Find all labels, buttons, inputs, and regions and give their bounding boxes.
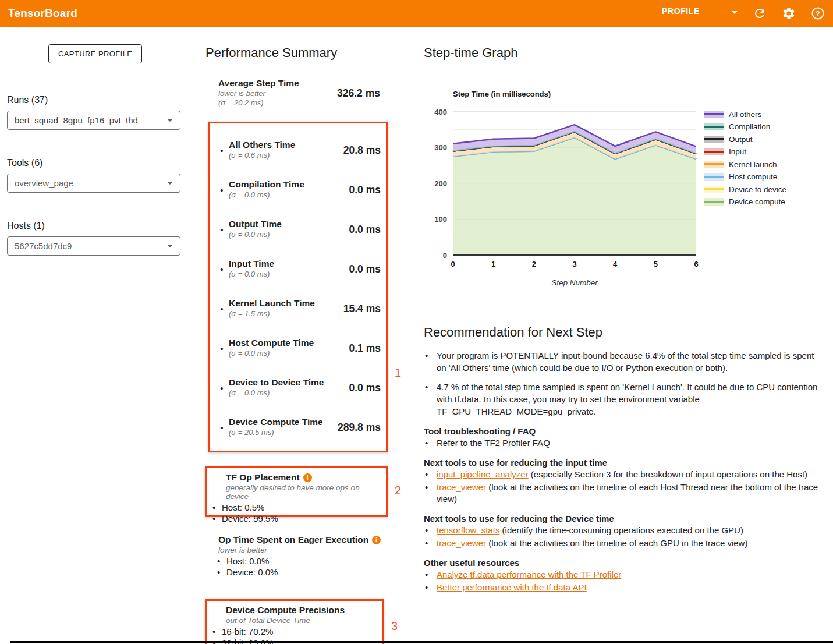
tool-link[interactable]: Analyze tf.data performance with the TF …	[437, 569, 621, 579]
sidebar-select[interactable]: 5627c5dd7dc9	[7, 236, 180, 256]
recommendation-list: Analyze tf.data performance with the TF …	[424, 569, 825, 593]
metric-name: Input Time	[229, 259, 274, 270]
tool-link[interactable]: trace_viewer	[437, 538, 486, 548]
svg-text:Step Number: Step Number	[551, 278, 598, 287]
recommendation-bullets: Your program is POTENTIALLY input-bound …	[424, 350, 825, 417]
sidebar: CAPTURE PROFILE Runs (37)bert_squad_8gpu…	[0, 27, 192, 644]
metric-value: 20.8 ms	[343, 144, 381, 157]
reload-icon[interactable]	[753, 6, 767, 20]
metric-sigma: (σ = 0.0 ms)	[229, 388, 324, 398]
metric-value: 0.0 ms	[349, 263, 381, 275]
sidebar-select[interactable]: bert_squad_8gpu_fp16_pvt_thd	[7, 111, 180, 130]
metric-name: Device Compute Time	[229, 417, 323, 428]
sidebar-select[interactable]: overview_page	[7, 174, 180, 193]
metric-name: Device to Device Time	[229, 377, 324, 388]
metric-name: Host Compute Time	[229, 338, 314, 349]
step-time-chart-svg: Step Time (in milliseconds)0100200300400…	[412, 85, 703, 318]
bullet-dot: •	[215, 185, 229, 195]
sidebar-group-hosts: Hosts (1)5627c5dd7dc9	[7, 221, 180, 256]
bullet-dot: •	[215, 264, 229, 274]
sidebar-group-label: Hosts (1)	[7, 221, 180, 231]
chevron-down-icon	[167, 245, 173, 247]
metric-sigma: (σ = 1.5 ms)	[229, 309, 315, 319]
capture-profile-button[interactable]: CAPTURE PROFILE	[48, 44, 142, 63]
metric-row: •Host Compute Time(σ = 0.0 ms)0.1 ms	[215, 328, 381, 368]
legend-label: Input	[729, 147, 746, 156]
metric-name: Average Step Time	[218, 78, 299, 89]
annotation-box-1: •All Others Time(σ = 0.6 ms)20.8 ms•Comp…	[208, 122, 388, 452]
metric-name: Kernel Launch Time	[229, 298, 315, 309]
legend-swatch-icon	[704, 198, 724, 206]
chevron-down-icon	[732, 11, 738, 14]
metric-sigma: (σ = 20.5 ms)	[229, 428, 323, 438]
svg-text:3: 3	[572, 260, 576, 268]
metric-row: •All Others Time(σ = 0.6 ms)20.8 ms	[215, 130, 381, 170]
metric-row: •Device Compute Time(σ = 20.5 ms)289.8 m…	[215, 408, 381, 447]
svg-text:100: 100	[434, 215, 447, 224]
recommendation-item: Refer to the TF2 Profiler FAQ	[424, 437, 825, 449]
app-title: TensorBoard	[8, 7, 77, 20]
recommendation-item: trace_viewer (look at the activities on …	[424, 537, 825, 549]
sidebar-group-tools: Tools (6)overview_page	[7, 158, 180, 193]
eager-execution-list: Host: 0.0%Device: 0.0%	[218, 555, 393, 578]
sidebar-select-value: bert_squad_8gpu_fp16_pvt_thd	[15, 115, 138, 125]
svg-text:200: 200	[434, 179, 447, 188]
dashboard-dropdown-value: PROFILE	[662, 6, 700, 16]
tool-link[interactable]: input_pipeline_analyzer	[437, 469, 529, 479]
svg-text:2: 2	[532, 260, 536, 268]
help-icon[interactable]: ?	[811, 6, 825, 20]
metric-sigma: (σ = 0.0 ms)	[229, 230, 282, 240]
metric-row: •Kernel Launch Time(σ = 1.5 ms)15.4 ms	[215, 289, 381, 328]
info-icon[interactable]: i	[303, 473, 312, 482]
legend-label: Device to device	[729, 185, 786, 194]
recommendation-item: input_pipeline_analyzer (especially Sect…	[424, 469, 825, 480]
svg-text:Step Time (in milliseconds): Step Time (in milliseconds)	[453, 90, 551, 98]
recommendation-section: Recommendation for Next Step Your progra…	[424, 325, 825, 595]
recommendation-list: tensorflow_stats (identify the time-cons…	[424, 525, 825, 549]
tool-link[interactable]: trace_viewer	[437, 482, 486, 492]
sidebar-select-value: 5627c5dd7dc9	[15, 241, 72, 251]
legend-item: All others	[704, 110, 786, 118]
list-item: Device: 99.5%	[207, 513, 382, 524]
recommendation-subheading: Next tools to use for reducing the input…	[424, 458, 825, 468]
top-app-bar: TensorBoard PROFILE ?	[0, 0, 833, 27]
metric-value: 326.2 ms	[337, 87, 380, 100]
tool-link[interactable]: Better performance with the tf.data API	[437, 582, 587, 592]
topbar-actions: PROFILE ?	[662, 6, 825, 20]
legend-item: Device compute	[704, 198, 786, 206]
settings-gear-icon[interactable]	[782, 6, 796, 20]
bullet-dot: •	[215, 344, 229, 353]
step-time-chart: Step Time (in milliseconds)0100200300400…	[412, 85, 703, 318]
legend-label: All others	[729, 110, 761, 119]
recommendation-list: input_pipeline_analyzer (especially Sect…	[424, 469, 825, 505]
eager-execution-block: Op Time Spent on Eager Execution i lower…	[218, 535, 393, 578]
tensorboard-app: TensorBoard PROFILE ? CAPTURE PROFILE Ru…	[0, 0, 833, 644]
legend-swatch-icon	[704, 186, 724, 193]
svg-text:1: 1	[491, 260, 495, 268]
window-bottom-edge	[10, 641, 833, 643]
metric-name: Output Time	[229, 219, 282, 230]
legend-label: Compilation	[729, 122, 770, 131]
bullet-dot: •	[215, 304, 229, 314]
info-icon[interactable]: i	[372, 536, 381, 544]
chevron-down-icon	[167, 119, 173, 122]
legend-item: Input	[704, 148, 786, 156]
step-time-graph-title: Step-time Graph	[424, 45, 517, 61]
tool-link[interactable]: tensorflow_stats	[437, 525, 499, 535]
metric-row: •Output Time(σ = 0.0 ms)0.0 ms	[215, 210, 381, 249]
recommendation-bullet: Your program is POTENTIALLY input-bound …	[424, 350, 821, 374]
list-item: Host: 0.0%	[218, 555, 393, 567]
eager-execution-title: Op Time Spent on Eager Execution	[218, 535, 368, 545]
metric-name: All Others Time	[229, 140, 295, 151]
op-placement-note: generally desired to have more ops on de…	[226, 483, 382, 501]
recommendation-subsections: Tool troubleshooting / FAQRefer to the T…	[424, 426, 825, 593]
metric-note: lower is better	[218, 89, 299, 99]
legend-swatch-icon	[704, 173, 724, 181]
legend-item: Compilation	[704, 123, 786, 131]
dashboard-dropdown[interactable]: PROFILE	[662, 6, 738, 20]
svg-text:0: 0	[443, 251, 447, 260]
performance-summary-title: Performance Summary	[205, 45, 337, 61]
legend-swatch-icon	[704, 136, 724, 143]
annotation-digit-2: 2	[395, 484, 401, 497]
svg-text:5: 5	[654, 260, 658, 268]
